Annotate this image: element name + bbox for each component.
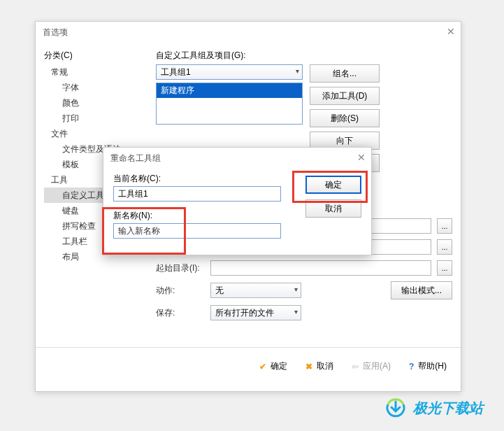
chevron-down-icon: ▾: [296, 67, 299, 75]
x-icon: ✖: [305, 362, 312, 372]
action-value: 无: [215, 285, 224, 295]
save-label: 保存:: [156, 307, 205, 319]
watermark-text: 极光下载站: [413, 399, 483, 418]
action-label: 动作:: [156, 285, 205, 297]
help-button[interactable]: ?帮助(H): [409, 360, 447, 372]
watermark-icon: [384, 397, 408, 418]
save-select[interactable]: 所有打开的文件 ▾: [210, 305, 301, 320]
browse-button[interactable]: ...: [437, 260, 452, 276]
rename-group-button[interactable]: 组名...: [310, 64, 380, 83]
tree-item[interactable]: 文件: [44, 126, 149, 141]
browse-button[interactable]: ...: [437, 218, 452, 234]
toolgroup-value: 工具组1: [161, 67, 191, 77]
startdir-input[interactable]: [210, 260, 431, 276]
help-icon: ?: [409, 362, 414, 372]
action-select[interactable]: 无 ▾: [210, 283, 301, 298]
tree-item[interactable]: 字体: [44, 80, 149, 95]
main-titlebar: 首选项 ✕: [36, 22, 461, 43]
tree-item[interactable]: 颜色: [44, 95, 149, 111]
ok-button[interactable]: ✔确定: [259, 360, 287, 372]
save-value: 所有打开的文件: [215, 308, 274, 318]
dialog-button-bar: ✔确定 ✖取消 ⇦应用(A) ?帮助(H): [36, 347, 461, 385]
group-label: 自定义工具组及项目(G):: [156, 50, 452, 62]
main-title: 首选项: [43, 27, 68, 38]
close-icon[interactable]: ✕: [357, 152, 366, 163]
startdir-label: 起始目录(I):: [156, 262, 205, 274]
rename-dialog: 重命名工具组 ✕ 当前名称(C): 工具组1 新名称(N): 确定 取消: [103, 147, 372, 255]
chevron-down-icon: ▾: [294, 285, 298, 293]
add-tool-button[interactable]: 添加工具(D): [310, 87, 380, 105]
toolgroup-dropdown[interactable]: 工具组1 ▾: [156, 64, 303, 80]
output-mode-button[interactable]: 输出模式...: [391, 281, 452, 299]
modal-title: 重命名工具组: [110, 153, 161, 164]
chevron-down-icon: ▾: [294, 308, 298, 316]
modal-ok-button[interactable]: 确定: [305, 176, 361, 194]
apply-button[interactable]: ⇦应用(A): [352, 360, 391, 372]
tree-item[interactable]: 打印: [44, 111, 149, 126]
tools-listbox[interactable]: 新建程序: [156, 83, 303, 125]
category-label: 分类(C): [44, 50, 149, 62]
modal-titlebar: 重命名工具组 ✕: [103, 148, 371, 169]
watermark: 极光下载站: [384, 397, 483, 418]
current-name-field: 工具组1: [113, 186, 281, 202]
browse-button[interactable]: ...: [437, 239, 452, 255]
check-icon: ✔: [259, 362, 266, 372]
cancel-button[interactable]: ✖取消: [305, 360, 333, 372]
close-icon[interactable]: ✕: [447, 26, 455, 37]
modal-cancel-button[interactable]: 取消: [305, 199, 361, 218]
new-name-input[interactable]: [113, 223, 281, 239]
arrow-left-icon: ⇦: [352, 362, 359, 372]
tree-item[interactable]: 常规: [44, 64, 149, 80]
delete-button[interactable]: 删除(S): [310, 109, 380, 127]
list-item[interactable]: 新建程序: [157, 83, 302, 98]
